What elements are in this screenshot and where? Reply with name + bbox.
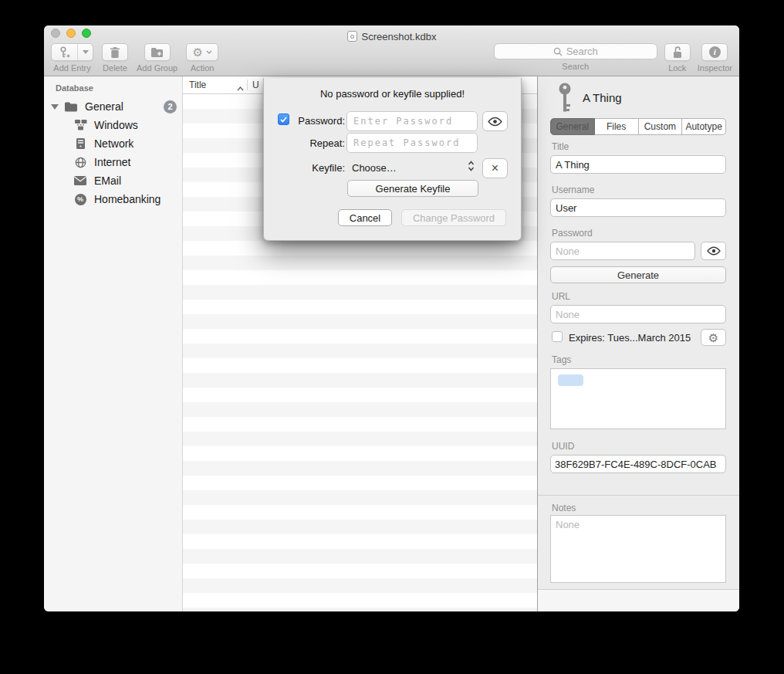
sidebar-item-windows[interactable]: Windows [44,117,182,134]
action-button[interactable]: ⚙ [186,43,218,61]
add-group-label: Add Group [137,64,177,73]
username-field-label: Username [552,185,594,195]
add-entry-button[interactable] [52,44,77,60]
password-field[interactable] [550,242,695,260]
tags-field[interactable] [550,368,726,429]
sidebar-item-general[interactable]: General 2 [44,98,182,115]
column-header-title[interactable]: Title [189,80,206,90]
add-entry-dropdown-button[interactable] [77,44,93,60]
sidebar-item-internet[interactable]: Internet [44,154,182,171]
notes-field[interactable] [550,515,726,583]
uuid-field[interactable] [550,455,726,473]
clear-keyfile-button[interactable]: × [482,158,508,178]
add-entry-toolbar-item: Add Entry [51,43,93,73]
window-header: Screenshot.kdbx Add Entry [44,25,739,76]
inspector-label: Inspector [698,64,732,73]
url-field[interactable] [550,305,726,323]
action-toolbar-item: ⚙ Action [186,43,218,73]
sidebar-item-label: Internet [94,156,130,168]
gear-icon: ⚙ [192,46,202,58]
title-field-label: Title [552,141,569,152]
inspector-button[interactable]: i [701,43,728,61]
username-field[interactable] [550,198,726,217]
cancel-button[interactable]: Cancel [338,209,392,226]
folder-icon [64,102,78,112]
password-enabled-checkbox[interactable] [278,113,289,125]
expires-label: Expires: Tues...March 2015 [569,332,691,344]
stepper-icon[interactable] [468,160,475,175]
folder-plus-icon [150,47,164,58]
search-placeholder: Search [566,46,598,57]
expires-checkbox[interactable] [552,331,563,342]
column-divider[interactable] [247,80,248,90]
url-field-label: URL [552,291,570,302]
checkmark-icon [280,117,287,123]
action-label: Action [191,64,215,73]
sheet-repeat-input[interactable] [346,133,478,153]
info-icon: i [709,46,721,58]
search-input[interactable]: Search [494,43,657,59]
tab-files[interactable]: Files [595,118,639,135]
entry-count-badge: 2 [164,100,177,113]
sidebar-item-label: EMail [94,174,121,187]
windows-icon [73,120,87,130]
delete-label: Delete [103,64,127,73]
sheet-message: No password or keyfile supplied! [264,88,521,100]
tab-autotype[interactable]: Autotype [682,118,726,135]
chevron-down-icon [83,50,89,54]
inspector-toolbar-item: i Inspector [698,43,732,73]
lock-label: Lock [668,64,686,73]
lock-icon [672,46,683,59]
sidebar-item-label: General [85,100,123,113]
tags-field-label: Tags [552,354,571,365]
generate-keyfile-button[interactable]: Generate Keyfile [347,180,478,197]
lock-toolbar-item: Lock [664,43,691,73]
tag-token[interactable] [558,374,583,386]
change-password-sheet: No password or keyfile supplied! Passwor… [263,78,522,241]
sidebar-item-label: Network [94,137,133,150]
disclosure-triangle-icon[interactable] [51,104,59,110]
sheet-repeat-label: Repeat: [289,137,345,149]
sidebar-item-homebanking[interactable]: % Homebanking [44,191,182,208]
sidebar-item-network[interactable]: Network [44,135,182,152]
sheet-reveal-password-button[interactable] [482,111,508,131]
sidebar-item-email[interactable]: EMail [44,172,182,189]
expires-settings-button[interactable]: ⚙ [701,329,726,346]
percent-icon: % [73,194,87,205]
entry-title: A Thing [583,91,622,104]
keyfile-popup-button[interactable]: Choose… [352,162,397,174]
inspector-tabs: General Files Custom Autotype [550,118,726,135]
inspector-panel: A Thing General Files Custom Autotype Ti… [537,76,739,611]
generate-password-button[interactable]: Generate [550,266,726,283]
search-toolbar-item: Search Search [494,43,657,73]
add-group-button[interactable] [144,43,171,61]
close-icon: × [492,162,498,174]
lock-button[interactable] [664,43,691,61]
sidebar-item-label: Homebanking [94,193,161,205]
change-password-button[interactable]: Change Password [401,209,506,226]
key-icon [556,83,573,116]
title-field[interactable] [550,155,726,174]
sheet-password-input[interactable] [346,111,478,131]
inspector-footer [538,589,739,611]
envelope-icon [73,176,87,185]
sidebar: Database General 2 Windows [44,76,183,611]
window-title: Screenshot.kdbx [362,31,437,42]
tab-custom[interactable]: Custom [639,118,683,135]
globe-icon [73,157,87,168]
app-window: Screenshot.kdbx Add Entry [44,25,739,611]
delete-toolbar-item: Delete [102,43,128,73]
toolbar-left: Add Entry Delete [51,43,218,73]
delete-button[interactable] [102,43,128,61]
column-header-username[interactable]: U [252,80,259,90]
tab-general[interactable]: General [550,118,595,135]
sidebar-section-header: Database [56,83,93,93]
eye-icon [488,117,502,127]
notes-section-divider [538,495,739,496]
add-entry-label: Add Entry [53,64,90,73]
reveal-password-button[interactable] [701,242,726,260]
server-icon [73,138,87,149]
uuid-field-label: UUID [552,441,574,452]
eye-icon [707,246,721,256]
sheet-keyfile-label: Keyfile: [289,162,345,174]
